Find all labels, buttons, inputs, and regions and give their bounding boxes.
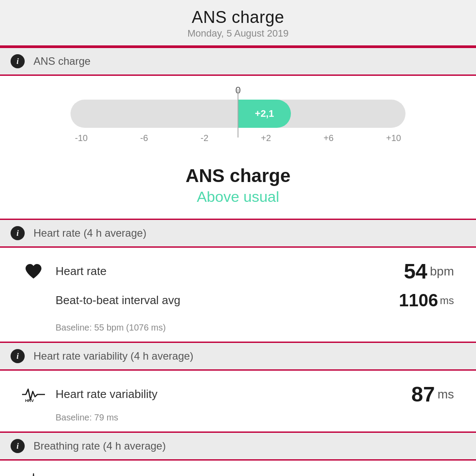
ans-result-status: Above usual	[0, 188, 476, 205]
ans-slider-area: 0 +2,1 -10 -6 -2 +2 +6 +10	[0, 76, 476, 156]
hrv-icon: HRV	[22, 383, 45, 406]
heart-rate-value: 54	[404, 259, 427, 283]
heart-rate-baseline: Baseline: 55 bpm (1076 ms)	[22, 323, 454, 333]
info-icon-breathing[interactable]: i	[11, 439, 25, 453]
beat-interval-label: Beat-to-beat interval avg	[56, 294, 399, 307]
hrv-label: Heart rate variability	[56, 387, 411, 401]
page-title: ANS charge	[0, 8, 476, 27]
heart-icon	[22, 260, 45, 283]
slider-label-m2: -2	[201, 133, 208, 143]
breathing-header-label: Breathing rate (4 h average)	[33, 440, 166, 452]
heart-rate-label: Heart rate	[56, 264, 404, 278]
hrv-baseline: Baseline: 79 ms	[22, 413, 454, 423]
heart-rate-section-header: i Heart rate (4 h average)	[0, 219, 476, 248]
beat-interval-sub: Beat-to-beat interval avg 1106 ms	[22, 287, 454, 318]
info-icon-hrv[interactable]: i	[11, 349, 25, 363]
breathing-value: 15,2	[376, 472, 417, 476]
hrv-header-label: Heart rate variability (4 h average)	[33, 350, 193, 362]
slider-center-line	[238, 89, 238, 138]
slider-track: +2,1	[71, 100, 405, 128]
slider-bubble: +2,1	[247, 104, 282, 123]
lungs-icon	[22, 473, 45, 476]
beat-interval-value: 1106	[399, 290, 438, 310]
slider-label-m6: -6	[140, 133, 148, 143]
ans-charge-section-header: i ANS charge	[0, 47, 476, 76]
slider-label-p10: +10	[386, 133, 401, 143]
info-icon-ans[interactable]: i	[11, 54, 25, 68]
hrv-value: 87	[411, 382, 435, 406]
heart-rate-header-label: Heart rate (4 h average)	[33, 227, 146, 239]
heart-rate-metric-section: Heart rate 54 bpm Beat-to-beat interval …	[0, 248, 476, 342]
slider-label-p2: +2	[261, 133, 271, 143]
breathing-row: Breathing rate 15,2 br/min	[22, 472, 454, 476]
slider-label-p6: +6	[324, 133, 334, 143]
info-icon-hr[interactable]: i	[11, 226, 25, 240]
ans-result-title: ANS charge	[0, 165, 476, 186]
breathing-section-header: i Breathing rate (4 h average)	[0, 431, 476, 461]
beat-interval-unit: ms	[440, 294, 454, 307]
slider-track-container: +2,1	[71, 100, 405, 128]
hrv-row: HRV Heart rate variability 87 ms	[22, 382, 454, 406]
heart-rate-unit: bpm	[430, 264, 454, 279]
hrv-section-header: i Heart rate variability (4 h average)	[0, 342, 476, 371]
hrv-metric-section: HRV Heart rate variability 87 ms Baselin…	[0, 371, 476, 431]
breathing-metric-section: Breathing rate 15,2 br/min Baseline: 14,…	[0, 461, 476, 476]
beat-interval-row: Beat-to-beat interval avg 1106 ms	[56, 290, 454, 310]
ans-charge-header-label: ANS charge	[33, 55, 90, 67]
hrv-unit: ms	[438, 387, 454, 402]
top-header: ANS charge Monday, 5 August 2019	[0, 0, 476, 47]
heart-rate-row: Heart rate 54 bpm	[22, 259, 454, 283]
slider-label-m10: -10	[75, 133, 88, 143]
svg-text:HRV: HRV	[25, 398, 34, 403]
page-date: Monday, 5 August 2019	[0, 28, 476, 39]
ans-result: ANS charge Above usual	[0, 156, 476, 219]
